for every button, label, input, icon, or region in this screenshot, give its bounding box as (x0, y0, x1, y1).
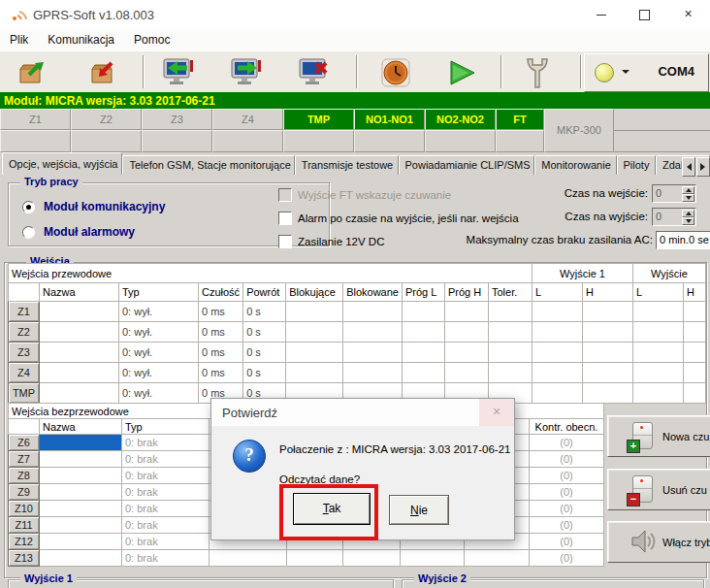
table-cell[interactable]: 0: brak (122, 517, 210, 534)
tab-2[interactable]: Telefon GSM, Stacje monitorujące (122, 155, 294, 175)
tab-5[interactable]: Monitorowanie (534, 155, 616, 175)
table-cell[interactable]: 0: brak (122, 484, 210, 501)
table-cell[interactable] (488, 302, 532, 322)
table-cell[interactable] (286, 343, 343, 363)
table-cell[interactable]: 0 s (243, 302, 286, 322)
menu-item-plik[interactable]: Plik (0, 29, 38, 47)
close-button[interactable]: × (666, 0, 710, 29)
checkbox-icon[interactable] (278, 212, 292, 225)
table-cell[interactable] (488, 343, 532, 363)
tab-3[interactable]: Transmisje testowe (295, 155, 399, 175)
table-cell[interactable]: 0 s (243, 322, 286, 343)
table-cell[interactable] (532, 363, 582, 383)
table-cell[interactable]: 0: wył. (119, 363, 199, 383)
table-cell[interactable] (402, 343, 444, 363)
table-cell[interactable]: (0) (530, 435, 604, 451)
table-cell[interactable] (683, 343, 705, 363)
table-cell[interactable] (465, 550, 530, 567)
table-cell[interactable] (402, 322, 444, 343)
table-cell[interactable] (401, 550, 465, 567)
spin-up-icon[interactable] (682, 186, 694, 194)
configuration-icon[interactable] (519, 54, 556, 90)
table-cell[interactable] (343, 363, 403, 383)
table-cell[interactable] (402, 302, 444, 322)
table-cell[interactable] (632, 302, 683, 322)
table-cell[interactable] (40, 468, 122, 484)
czas-na-wejscie-spinner[interactable]: 0 (652, 184, 696, 203)
write-to-module-icon[interactable] (227, 54, 264, 90)
table-cell[interactable]: (0) (530, 451, 604, 468)
table-cell[interactable] (683, 363, 705, 383)
table-cell[interactable] (488, 322, 532, 343)
table-cell[interactable] (40, 343, 119, 363)
table-cell[interactable] (343, 322, 403, 343)
table-cell[interactable]: 0: wył. (119, 322, 199, 343)
table-cell[interactable]: 0 ms (199, 302, 243, 322)
table-cell[interactable]: (0) (530, 484, 604, 501)
table-cell[interactable]: 0 s (243, 363, 286, 383)
table-cell[interactable]: (0) (530, 534, 604, 550)
table-cell[interactable] (683, 302, 705, 322)
com-port-panel[interactable]: COM4 (584, 53, 709, 92)
export-file-icon[interactable] (14, 54, 50, 90)
table-cell[interactable] (582, 383, 632, 404)
table-cell[interactable] (40, 517, 122, 534)
checkbox-icon[interactable] (278, 235, 292, 248)
table-cell[interactable]: (0) (530, 550, 604, 567)
dialog-close-icon[interactable]: × (479, 399, 514, 426)
table-cell[interactable] (683, 383, 705, 404)
tab-4[interactable]: Powiadamianie CLIP/SMS (399, 155, 535, 175)
tab-6[interactable]: Piloty (617, 155, 656, 175)
table-cell[interactable] (532, 322, 582, 343)
table-cell[interactable] (40, 363, 119, 383)
maximize-button[interactable] (623, 0, 666, 29)
table-cell[interactable] (532, 343, 582, 363)
table-cell[interactable] (343, 343, 403, 363)
table-cell[interactable] (532, 302, 582, 322)
table-cell[interactable]: 0: wył. (119, 302, 199, 322)
table-cell[interactable] (343, 302, 403, 322)
table-cell[interactable]: (0) (530, 468, 604, 484)
table-cell[interactable]: 0: brak (122, 501, 210, 517)
read-from-module-icon[interactable] (159, 54, 196, 90)
table-cell[interactable]: 0: brak (122, 550, 210, 567)
table-cell[interactable] (632, 363, 683, 383)
table-cell[interactable] (488, 363, 532, 383)
tab-scroll-right-icon[interactable] (696, 157, 710, 177)
tab-scroll-left-icon[interactable] (682, 157, 695, 177)
detector-remove-button[interactable]: −Usuń czu (607, 469, 710, 510)
maks-czas-braku-zasilania-field[interactable]: 0 min.0 se (656, 231, 710, 249)
import-file-icon[interactable] (85, 54, 122, 90)
table-cell[interactable] (286, 302, 343, 322)
table-cell[interactable] (343, 550, 401, 567)
radio-icon[interactable] (22, 226, 35, 239)
table-cell[interactable] (632, 343, 683, 363)
checkbox-icon[interactable] (278, 188, 292, 202)
table-cell[interactable] (40, 501, 122, 517)
menu-item-pomoc[interactable]: Pomoc (124, 29, 179, 47)
table-cell[interactable] (40, 534, 122, 550)
menu-item-komunikacja[interactable]: Komunikacja (38, 29, 124, 47)
table-cell[interactable]: 0: brak (122, 435, 210, 451)
table-cell[interactable] (286, 363, 343, 383)
table-cell[interactable] (40, 435, 122, 451)
speaker-button[interactable]: Włącz tryb te (607, 521, 710, 563)
table-cell[interactable]: (0) (530, 501, 604, 517)
table-cell[interactable]: 0 s (243, 343, 286, 363)
table-cell[interactable] (444, 302, 488, 322)
table-cell[interactable]: 0: brak (122, 534, 210, 550)
table-cell[interactable]: 0 ms (199, 343, 243, 363)
table-cell[interactable] (444, 322, 488, 343)
table-cell[interactable] (40, 451, 122, 468)
spin-up-icon[interactable] (682, 210, 694, 217)
disconnect-icon[interactable] (295, 54, 332, 90)
nie-button[interactable]: Nie (389, 495, 449, 525)
table-cell[interactable] (40, 484, 122, 501)
table-cell[interactable] (582, 322, 632, 343)
detector-add-button[interactable]: +Nowa czu (607, 415, 710, 457)
table-cell[interactable]: 0: wył. (119, 343, 199, 363)
table-cell[interactable] (444, 343, 488, 363)
minimize-button[interactable] (579, 0, 623, 29)
table-cell[interactable] (40, 383, 119, 404)
table-cell[interactable] (210, 550, 287, 567)
